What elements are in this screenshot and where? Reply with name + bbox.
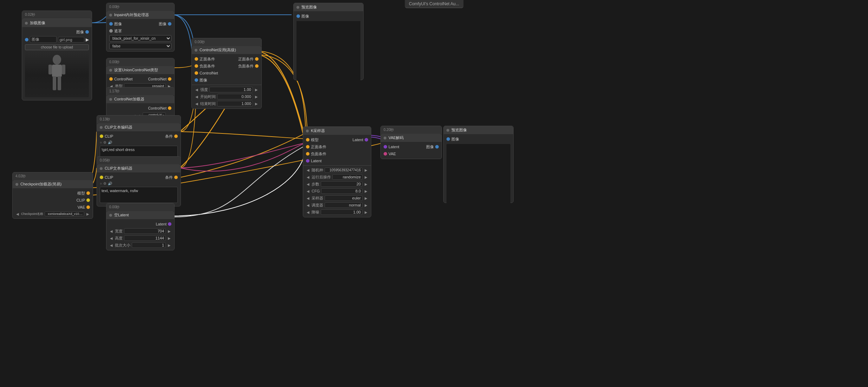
cp-icon2: ⚙ [103,140,106,144]
su-cn-in-port[interactable] [109,77,113,81]
pb-img-port[interactable] [446,137,450,141]
ks-denoise-right[interactable]: ▶ [364,210,368,214]
clip-pos-time-row: 0.13秒 [97,116,181,123]
ks-sampler-right[interactable]: ▶ [364,196,368,200]
ks-sampler-left[interactable]: ◀ [306,196,310,200]
ca-neg-in-port[interactable] [195,64,198,68]
load-image-port-left[interactable] [25,38,28,41]
clip-neg-body: CLIP 条件 ○ ⚙ 🔊 text, watermark, nsfw [97,172,181,206]
vd-img-port[interactable] [435,145,439,149]
ks-seed-label: 随机种 [312,168,323,173]
el-latent-label: Latent [156,222,167,226]
preview-top-img-port[interactable] [296,14,300,18]
vd-time: 0.20秒 [384,127,394,132]
cn-clip-port[interactable] [100,176,103,179]
load-image-upload-btn[interactable]: choose file to upload [25,44,89,50]
svg-point-0 [53,55,61,65]
cp-cond-port[interactable] [174,135,178,138]
preview-top-canvas [296,21,360,81]
ks-sampler-row: ◀ 采样器 euler ▶ [303,195,371,202]
cn-cond-port[interactable] [174,176,178,179]
ks-model-port[interactable] [306,138,309,142]
ck-clip-port[interactable] [86,198,90,202]
pb-img-row: 图像 [444,136,513,143]
ca-cn-port[interactable] [195,71,198,75]
ks-title-row: K采样器 [303,127,371,135]
ks-pos-port[interactable] [306,145,309,149]
ca-neg-out-port[interactable] [255,64,259,68]
ck-vae-port[interactable] [86,205,90,209]
ca-pos-in-port[interactable] [195,57,198,61]
svg-rect-1 [52,65,62,77]
ca-neg-input: 负面条件 [195,64,215,69]
inpaint-mask-label: 遮罩 [114,28,122,34]
ks-cfg-left[interactable]: ◀ [306,189,310,193]
ks-cfg-value: 8.0 [321,188,363,194]
pb-dot [446,129,449,132]
el-height-left[interactable]: ◀ [109,236,113,240]
ca-strength-right[interactable]: ▶ [254,88,259,92]
vd-vae-port[interactable] [384,152,387,156]
inpaint-img-port[interactable] [109,22,113,26]
ks-latent-in-row: Latent [303,157,371,164]
ks-latent-in-port[interactable] [306,159,309,163]
ck-model-port[interactable] [86,191,90,195]
pb-title: 预览图像 [451,127,467,133]
el-latent-port[interactable] [168,222,171,226]
ks-after-left[interactable]: ◀ [306,175,310,179]
load-image-image-port[interactable] [85,30,89,34]
ks-cfg-right[interactable]: ▶ [364,189,368,193]
inpaint-img-out-port[interactable] [168,22,171,26]
el-batch-left[interactable]: ◀ [109,243,113,247]
cnl-cn-port[interactable] [168,106,171,110]
cp-clip-port[interactable] [100,135,103,138]
ks-latent-in-label: Latent [311,159,322,163]
cp-icon1: ○ [100,140,102,144]
ck-model-output: 模型 [77,191,90,196]
ks-seed-left[interactable]: ◀ [306,168,310,172]
load-image-nav[interactable]: ▶ [86,37,89,42]
inpaint-mode-select[interactable]: black_pixel_for_xinsir_cn [109,35,171,41]
ca-start-label: 开始时间 [200,94,216,99]
ks-after-right[interactable]: ▶ [364,175,368,179]
inpaint-bool-select[interactable]: false [109,43,171,49]
ca-start-left[interactable]: ◀ [195,95,199,99]
ca-start-row: ◀ 开始时间 0.000 ▶ [192,93,261,100]
ca-start-right[interactable]: ▶ [254,95,259,99]
su-cn-out-port[interactable] [168,77,171,81]
ks-seed-right[interactable]: ▶ [364,168,368,172]
vd-latent-port[interactable] [384,145,387,149]
ks-sched-right[interactable]: ▶ [364,203,368,207]
su-cn-row: ControlNet ControlNet [106,76,174,83]
title-text: ComfyUI's ControlNet Au... [409,1,459,6]
load-image-output-row: 图像 [22,28,92,35]
ca-end-right[interactable]: ▶ [254,102,259,106]
ca-end-left[interactable]: ◀ [195,102,199,106]
ks-steps-right[interactable]: ▶ [364,182,368,186]
clip-pos-dot [100,126,103,129]
el-width-right[interactable]: ▶ [167,229,171,233]
cn-loader-title: ControlNet加载器 [114,97,144,102]
inpaint-mask-port[interactable] [109,29,113,33]
ks-denoise-left[interactable]: ◀ [306,210,310,214]
el-batch-label: 批次大小 [115,243,130,248]
ks-neg-row: 负面条件 [303,150,371,157]
el-batch-right[interactable]: ▶ [167,243,171,247]
cp-icons-row: ○ ⚙ 🔊 [97,140,181,145]
ck-name-right[interactable]: ▶ [86,212,90,216]
ks-latent-port[interactable] [365,138,368,142]
ks-divider [303,165,371,166]
el-height-right[interactable]: ▶ [167,236,171,240]
ca-strength-left[interactable]: ◀ [195,88,199,92]
clip-neg-textarea[interactable]: text, watermark, nsfw [100,187,178,203]
el-width-left[interactable]: ◀ [109,229,113,233]
ca-pos-out-port[interactable] [255,57,259,61]
svg-rect-4 [53,76,56,90]
preview-top-empty [296,21,360,81]
ks-neg-port[interactable] [306,152,309,156]
ck-name-left[interactable]: ◀ [15,212,20,216]
el-width-value: 704 [124,228,166,234]
ca-img-port[interactable] [195,78,198,82]
ks-steps-left[interactable]: ◀ [306,182,310,186]
ks-sched-left[interactable]: ◀ [306,203,310,207]
